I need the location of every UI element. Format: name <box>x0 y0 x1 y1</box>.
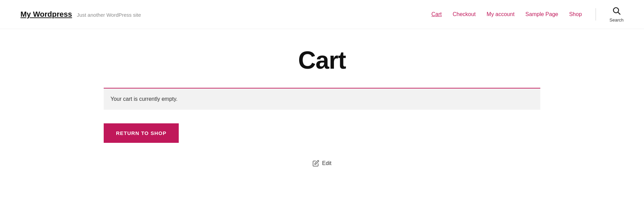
empty-notice-text: Your cart is currently empty. <box>111 96 178 102</box>
main-content: Cart Your cart is currently empty. RETUR… <box>83 29 561 174</box>
nav-sample-page[interactable]: Sample Page <box>525 11 558 17</box>
site-nav: Cart Checkout My account Sample Page Sho… <box>431 6 624 23</box>
edit-section: Edit <box>104 156 540 174</box>
edit-icon <box>312 160 319 167</box>
cart-empty-notice: Your cart is currently empty. <box>104 88 540 110</box>
site-branding: My Wordpress Just another WordPress site <box>20 10 141 19</box>
nav-cart[interactable]: Cart <box>431 11 442 17</box>
search-label: Search <box>610 17 624 23</box>
nav-shop[interactable]: Shop <box>569 11 582 17</box>
page-title: Cart <box>104 46 540 74</box>
edit-link[interactable]: Edit <box>322 160 332 166</box>
svg-line-1 <box>618 12 620 14</box>
nav-checkout[interactable]: Checkout <box>453 11 476 17</box>
page-title-section: Cart <box>104 29 540 88</box>
site-header: My Wordpress Just another WordPress site… <box>0 0 644 29</box>
nav-divider <box>596 8 596 21</box>
search-icon <box>612 6 621 16</box>
site-title[interactable]: My Wordpress <box>20 10 72 19</box>
search-button[interactable]: Search <box>610 6 624 23</box>
return-to-shop-button[interactable]: RETURN TO SHOP <box>104 123 179 143</box>
site-tagline: Just another WordPress site <box>77 12 141 18</box>
nav-my-account[interactable]: My account <box>487 11 515 17</box>
